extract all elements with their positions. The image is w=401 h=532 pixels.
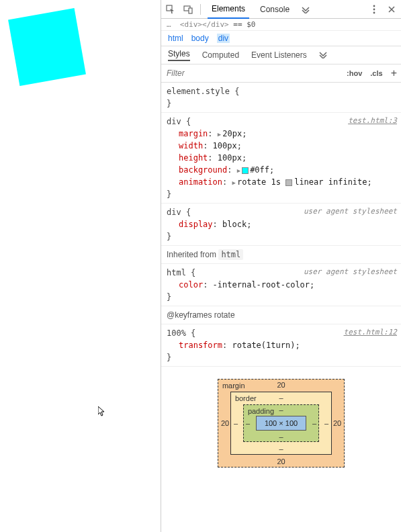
brace-close: } [167,291,396,303]
div-rule-author[interactable]: test.html:3 div { margin: ▶20px; width: … [161,113,401,204]
devtools-toolbar: Elements Console [161,0,401,19]
toolbar-separator [200,4,201,15]
hov-toggle[interactable]: :hov [343,69,366,77]
breadcrumb-html[interactable]: html [168,34,183,43]
expand-icon[interactable]: ▶ [218,131,221,138]
inspect-icon[interactable] [165,4,176,15]
device-toggle-icon[interactable] [183,4,193,15]
svg-point-5 [373,11,375,13]
page-preview [0,0,161,532]
close-icon[interactable] [386,4,397,15]
div-rule-ua[interactable]: user agent stylesheet div { display: blo… [161,204,401,246]
devtools-panel: Elements Console … <div></div> == $0 htm… [161,0,401,532]
subtab-event-listeners[interactable]: Event Listeners [251,50,307,60]
svg-point-3 [373,5,375,7]
expand-icon[interactable]: ▶ [237,167,240,174]
source-link[interactable]: test.html:3 [348,116,397,127]
source-link[interactable]: test.html:12 [344,327,397,339]
inherited-tag[interactable]: html [218,249,243,260]
brace-close: } [167,230,396,242]
more-tabs-icon[interactable] [300,4,311,15]
element-style-rule[interactable]: element.style { } [161,83,401,113]
timing-swatch[interactable] [285,179,292,186]
breadcrumb: html body div [161,31,401,46]
box-content[interactable]: 100 × 100 [256,416,306,431]
box-margin[interactable]: margin 20 20 20 20 border – – – – paddin… [218,379,345,468]
source-label: user agent stylesheet [304,206,397,218]
box-border[interactable]: border – – – – padding – – – – 100 × 100 [230,392,332,455]
brace-close: } [167,351,396,363]
expand-icon[interactable]: ▶ [232,179,235,186]
more-subtabs-icon[interactable] [319,50,327,60]
kebab-menu-icon[interactable] [369,4,380,15]
tab-console[interactable]: Console [256,0,294,19]
styles-filter-row: :hov .cls + [161,64,401,83]
breadcrumb-div[interactable]: div [217,34,230,43]
box-padding[interactable]: padding – – – – 100 × 100 [243,404,319,442]
selector: element.style { [167,85,396,97]
svg-rect-2 [189,8,192,13]
brace-close: } [167,188,396,200]
keyframe-rule[interactable]: test.html:12 100% { transform: rotate(1t… [161,324,401,367]
mouse-cursor [98,406,106,419]
styles-body: element.style { } test.html:3 div { marg… [161,83,401,532]
animated-div[interactable] [8,8,86,86]
brace-close: } [167,97,396,109]
html-rule-ua[interactable]: user agent stylesheet html { color: -int… [161,264,401,306]
source-label: user agent stylesheet [304,267,397,278]
filter-input[interactable] [161,64,343,82]
color-swatch[interactable] [242,167,249,174]
subtab-styles[interactable]: Styles [168,49,190,61]
svg-point-4 [373,8,375,10]
subtab-computed[interactable]: Computed [202,50,239,60]
new-rule-button[interactable]: + [387,67,401,79]
keyframes-header: @keyframes rotate [161,306,401,324]
cls-toggle[interactable]: .cls [366,69,386,77]
breadcrumb-body[interactable]: body [191,34,209,43]
inherited-header: Inherited from html [161,246,401,264]
tab-elements[interactable]: Elements [208,0,249,19]
styles-subtabs: Styles Computed Event Listeners [161,46,401,64]
dom-snippet[interactable]: … <div></div> == $0 [161,19,401,31]
box-model[interactable]: margin 20 20 20 20 border – – – – paddin… [161,367,401,494]
